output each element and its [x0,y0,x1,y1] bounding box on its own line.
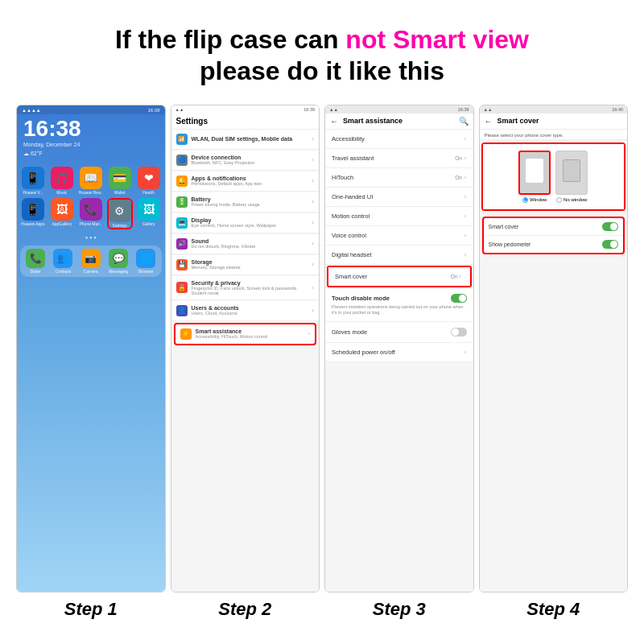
step3-smart-assistance: ▲▲ 16:39 ← Smart assistance 🔍 Accessibil… [325,105,473,592]
step4-signal: ▲▲ [484,107,493,112]
step2-container: ▲▲ 16:39 Settings 📶 WLAN, Dual SIM setti… [171,105,320,620]
touch-disable-toggle[interactable] [451,294,467,303]
step1-date: Monday, December 24 [17,140,165,149]
step1-label: Step 1 [64,599,118,620]
header-line1: If the flip case can not Smart view [115,24,529,55]
menu-hitouch[interactable]: HiTouch On › [325,168,473,188]
dock-dialer[interactable]: 📞 Dialer [23,249,47,274]
show-pedometer-toggle-item[interactable]: Show pedometer [484,236,624,253]
step4-back-arrow-icon[interactable]: ← [485,117,493,126]
menu-digital-headset[interactable]: Digital headset › [325,246,473,265]
header-highlight: not Smart view [345,25,529,54]
window-radio[interactable]: Window [522,197,547,203]
header-text: If the flip case can not Smart view plea… [115,24,529,89]
menu-travel[interactable]: Travel assistant On › [325,149,473,168]
settings-apps[interactable]: 🔔 Apps & notifications Permissions, Defa… [171,171,320,192]
app-gallery[interactable]: 🖼 Gallery [136,198,162,229]
back-arrow-icon[interactable]: ← [330,117,338,126]
screenshots-row: ▲▲▲▲ 16:38 16:38 Monday, December 24 ☁ 6… [16,105,628,620]
search-icon[interactable]: 🔍 [459,117,469,126]
app-appstore[interactable]: 📱 Huawei Apps [20,198,46,229]
cover-settings: Smart cover Show pedometer [482,217,625,254]
settings-battery[interactable]: 🔋 Battery Power saving mode, Battery usa… [171,192,320,213]
nowindow-radio[interactable]: No window [556,197,587,203]
gloves-toggle[interactable] [451,328,467,336]
step3-status-bar: ▲▲ 16:39 [325,105,473,114]
app-music[interactable]: 🎵 Music [49,167,75,195]
app-huawei-video[interactable]: 📱 Huawei V... [20,167,46,195]
header-line2: please do it like this [115,55,529,89]
step2-status-bar: ▲▲ 16:39 [171,105,320,114]
page-container: If the flip case can not Smart view plea… [0,0,644,644]
step2-screen: ▲▲ 16:39 Settings 📶 WLAN, Dual SIM setti… [171,105,320,592]
smart-cover-toggle[interactable] [602,222,618,231]
step4-screen: ▲▲ 16:40 ← Smart cover Please select you… [479,105,629,592]
step1-app-grid: 📱 Huawei V... 🎵 Music 📖 Huawei Rea.. [17,162,165,233]
menu-motion[interactable]: Motion control › [325,207,473,226]
smart-cover-label: Smart cover [489,224,603,229]
settings-device-connection[interactable]: 🔵 Device connection Bluetooth, NFC, Easy… [171,151,320,171]
step2-header: Settings [171,114,320,130]
cover-prompt: Please select your phone cover type. [480,130,628,140]
show-pedometer-label: Show pedometer [489,242,603,247]
step1-screen: ▲▲▲▲ 16:38 16:38 Monday, December 24 ☁ 6… [16,105,166,592]
step2-label: Step 2 [218,599,271,620]
dock-messaging[interactable]: 💬 Messaging [106,249,130,274]
settings-storage[interactable]: 💾 Storage Memory, Storage cleaner › [171,255,320,275]
step1-time-large: 16:38 [17,114,165,140]
settings-sound[interactable]: 🔊 Sound Do not disturb, Ringtone, Vibrat… [171,234,320,254]
dock-camera[interactable]: 📷 Camera [79,249,103,274]
step1-container: ▲▲▲▲ 16:38 16:38 Monday, December 24 ☁ 6… [16,105,166,620]
window-cover-image [518,151,551,195]
menu-gloves[interactable]: Gloves mode [325,322,473,343]
step2-settings: ▲▲ 16:39 Settings 📶 WLAN, Dual SIM setti… [171,105,320,592]
app-phone-manager[interactable]: 📞 Phone Man.. [78,198,104,229]
step4-container: ▲▲ 16:40 ← Smart cover Please select you… [479,105,629,620]
step1-time: 16:38 [147,108,159,113]
settings-security[interactable]: 🔒 Security & privacy Fingerprint ID, Fac… [171,276,320,300]
app-settings[interactable]: ⚙ Settings [107,198,133,229]
step4-time: 16:40 [612,107,623,112]
dock-browser[interactable]: 🌐 Browser [134,249,158,274]
step1-signal: ▲▲▲▲ [22,108,41,113]
step4-nav-header: ← Smart cover [480,114,628,130]
step4-label: Step 4 [526,599,580,620]
cover-options: Window No window [483,144,625,209]
step3-nav-header: ← Smart assistance 🔍 [325,114,473,130]
menu-touch-disable[interactable]: Touch disable mode Prevent mistaken oper… [325,288,473,322]
step4-status-bar: ▲▲ 16:40 [480,105,628,114]
menu-scheduled-power[interactable]: Scheduled power on/off › [325,343,473,362]
cover-option-window[interactable]: Window [518,151,551,203]
menu-accessibility[interactable]: Accessibility › [325,130,473,149]
menu-voice[interactable]: Voice control › [325,226,473,246]
menu-one-handed[interactable]: One-handed UI › [325,188,473,207]
step2-time: 16:39 [303,107,315,112]
settings-display[interactable]: 💻 Display Eye comfort, Home screen style… [171,213,320,233]
step4-smart-cover: ▲▲ 16:40 ← Smart cover Please select you… [480,105,628,592]
settings-wlan[interactable]: 📶 WLAN, Dual SIM settings, Mobile data › [171,130,320,150]
app-wallet[interactable]: 💳 Wallet [107,167,133,195]
step1-weather: ☁ 62°F [17,149,165,159]
dock-contacts[interactable]: 👥 Contacts [51,249,75,274]
step2-settings-list: 📶 WLAN, Dual SIM settings, Mobile data ›… [171,130,320,592]
app-gallery-store[interactable]: 🖼 AppGallery [49,198,75,229]
cover-option-nowindow[interactable]: No window [555,151,588,203]
app-reader[interactable]: 📖 Huawei Rea.. [78,167,104,195]
step3-label: Step 3 [373,599,426,620]
header-prefix: If the flip case can [115,25,345,54]
app-health[interactable]: ❤ Health [136,167,162,195]
smart-cover-toggle-item[interactable]: Smart cover [484,218,624,236]
step3-container: ▲▲ 16:39 ← Smart assistance 🔍 Accessibil… [324,105,474,620]
step2-signal-icons: ▲▲ [175,107,184,112]
step1-home: ▲▲▲▲ 16:38 16:38 Monday, December 24 ☁ 6… [17,105,165,592]
show-pedometer-toggle[interactable] [602,240,618,249]
step3-title: Smart assistance [343,117,459,125]
nowindow-cover-image [555,151,588,195]
step3-signal: ▲▲ [329,107,338,112]
step4-title: Smart cover [497,117,623,125]
smart-cover-menu-item[interactable]: Smart cover On › [327,266,472,287]
settings-smart-assistance[interactable]: ⚡ Smart assistance Accessibility, HiTouc… [174,323,317,345]
settings-users[interactable]: 👤 Users & accounts Users, Cloud, Account… [171,301,320,321]
step3-screen: ▲▲ 16:39 ← Smart assistance 🔍 Accessibil… [324,105,474,592]
step1-status-bar: ▲▲▲▲ 16:38 [17,105,165,114]
